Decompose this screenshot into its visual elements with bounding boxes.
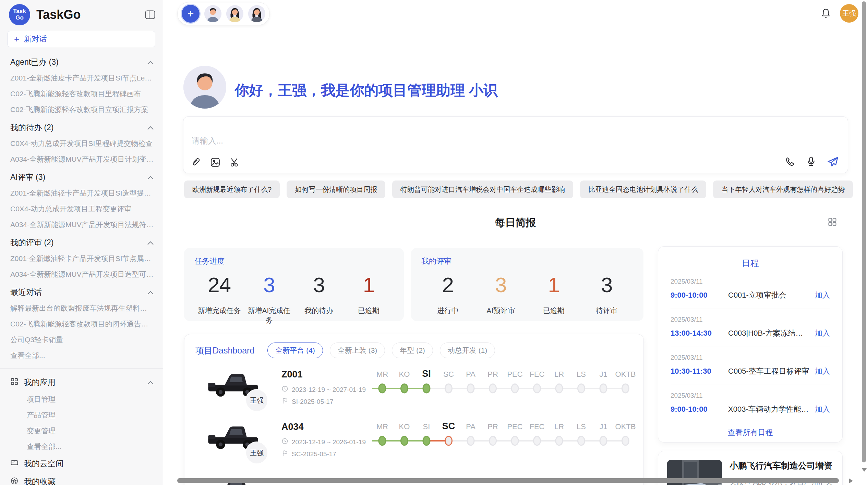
schedule-event-name: C001-立项审批会 (728, 290, 810, 300)
briefing-layout-icon[interactable] (828, 217, 837, 228)
schedule-event-name: X003-车辆动力学性能验... (728, 404, 810, 414)
image-icon[interactable] (210, 157, 220, 167)
dashboard-filter[interactable]: 全新上装 (3) (330, 343, 385, 358)
sidebar-group-header[interactable]: 我的待办 (2) (0, 117, 163, 136)
horizontal-scrollbar[interactable] (177, 478, 839, 483)
recent-chat-item[interactable]: 解释最新出台的欧盟报废车法规再生塑料比例被调至15%... (0, 300, 163, 316)
schedule-date: 2025/03/11 (671, 354, 830, 361)
project-info: A0342023-12-19 ~ 2026-01-19SC-2025-05-17 (281, 422, 372, 462)
apps-view-all-link[interactable]: 查看全部... (0, 439, 163, 455)
send-icon[interactable] (827, 156, 839, 167)
sidebar-group-header-recent[interactable]: 最近对话 (0, 282, 163, 300)
sidebar-item[interactable]: C02-飞腾新能源轻客改款项目立项汇报方案 (0, 102, 163, 117)
project-date-range: 2023-12-19 ~ 2027-01-19 (281, 385, 372, 394)
flag-icon (281, 397, 288, 406)
news-title: 小鹏飞行汽车制造公司增资 (730, 460, 833, 471)
project-row[interactable]: 王强A0342023-12-19 ~ 2026-01-19SC-2025-05-… (184, 418, 643, 470)
stat-card-label: 任务进度 (194, 256, 394, 266)
dashboard-filter[interactable]: 动总开发 (1) (440, 343, 495, 358)
stat-label: 已逾期 (527, 306, 580, 315)
agent-avatar[interactable] (248, 5, 265, 22)
suggestion-chip[interactable]: 特朗普可能对进口汽车增税会对中国车企造成哪些影响 (392, 181, 573, 198)
sidebar-collapse-icon[interactable] (145, 10, 155, 19)
stat-value: 3 (580, 273, 634, 297)
sidebar-group-header[interactable]: AI评审 (3) (0, 167, 163, 185)
stat: 1已逾期 (344, 273, 394, 325)
svg-text:FEC: FEC (530, 422, 545, 431)
milestone-chain: MRKOSISCPAPRPECFECLRLSJ1OKTB (372, 420, 643, 453)
project-list: 王强Z0012023-12-19 ~ 2027-01-19SI-2025-05-… (184, 361, 643, 485)
sidebar-group-header[interactable]: 我的评审 (2) (0, 233, 163, 251)
sidebar-item[interactable]: Z001-全新燃油轻卡产品开发项目SI节点属性5D文件评审 (0, 251, 163, 266)
sidebar-item[interactable]: A034-全新新能源MUV产品开发项目法规符合性评审 (0, 217, 163, 233)
svg-text:LR: LR (554, 370, 564, 378)
sidebar-item[interactable]: Z001-全新燃油轻卡产品开发项目SI造型提交物评审 (0, 185, 163, 201)
sidebar-item[interactable]: C02-飞腾新能源轻客改款项目里程碑画布 (0, 86, 163, 102)
input-left-icons (191, 157, 240, 167)
project-row[interactable]: 王强Z0012023-12-19 ~ 2027-01-19SI-2025-05-… (184, 365, 643, 418)
sidebar-item-cloud-space[interactable]: 我的云空间 (0, 455, 163, 473)
svg-text:PA: PA (466, 370, 475, 378)
sidebar-item[interactable]: A034-全新新能源MUV产品开发项目计划变更表编写 (0, 151, 163, 167)
sidebar-group-label: AI评审 (3) (10, 172, 45, 183)
recent-chat-item[interactable]: 公司Q3轻卡销量 (0, 332, 163, 348)
vertical-scrollbar[interactable] (862, 1, 866, 462)
app-sub-item[interactable]: 产品管理 (0, 407, 163, 423)
schedule-view-all-link[interactable]: 查看所有日程 (658, 423, 842, 438)
agent-avatar[interactable] (226, 5, 243, 22)
notification-bell-icon[interactable] (821, 8, 831, 19)
sidebar-item[interactable]: Z001-全新燃油皮卡产品开发项目SI节点Lesson Learn报告 (0, 70, 163, 86)
new-chat-label: 新对话 (24, 34, 47, 44)
suggestion-chip[interactable]: 比亚迪全固态电池计划具体说了什么 (580, 181, 706, 198)
sidebar-item[interactable]: C0X4-动力总成开发项目工程变更评审 (0, 201, 163, 217)
new-session-button[interactable]: + (182, 5, 200, 23)
stat: 3新增AI完成任务 (244, 273, 294, 325)
svg-text:SC: SC (442, 421, 455, 431)
agent-avatar[interactable] (204, 5, 221, 22)
sidebar-divider (0, 368, 163, 369)
app-sub-item[interactable]: 变更管理 (0, 423, 163, 439)
suggestion-chip[interactable]: 如何写一份清晰的项目周报 (287, 181, 385, 198)
scissors-icon[interactable] (229, 157, 240, 167)
sidebar-item[interactable]: A034-全新新能源MUV产品开发项目造型可行性评审 (0, 266, 163, 282)
project-dashboard-card: 项目Dashboard 全新平台 (4)全新上装 (3)年型 (2)动总开发 (… (184, 334, 644, 485)
new-chat-button[interactable]: + 新对话 (8, 31, 155, 47)
stat: 3我的待办 (294, 273, 344, 325)
svg-text:LR: LR (554, 422, 564, 431)
chat-input[interactable] (192, 136, 706, 146)
scroll-down-arrow-icon[interactable] (861, 468, 867, 472)
sidebar-group-header[interactable]: Agent已办 (3) (0, 52, 163, 70)
microphone-icon[interactable] (806, 156, 816, 167)
attachment-icon[interactable] (191, 157, 201, 167)
svg-text:KO: KO (399, 422, 410, 431)
phone-icon[interactable] (785, 156, 796, 167)
svg-text:MR: MR (376, 422, 388, 431)
recent-view-all-link[interactable]: 查看全部... (0, 348, 163, 363)
app-sub-item[interactable]: 项目管理 (0, 391, 163, 407)
project-vehicle-image: 王强 (205, 422, 262, 454)
stat: 1已逾期 (527, 273, 580, 315)
suggestion-chip[interactable]: 欧洲新规最近颁布了什么? (184, 181, 280, 198)
stat-label: 新增完成任务 (194, 306, 244, 315)
user-avatar[interactable]: 王强 (840, 4, 858, 23)
stat: 3待评审 (580, 273, 634, 315)
dashboard-filter[interactable]: 年型 (2) (392, 343, 433, 358)
scroll-right-arrow-icon[interactable] (849, 478, 853, 483)
join-link[interactable]: 加入 (815, 290, 830, 300)
clock-icon (281, 385, 288, 394)
dashboard-filter[interactable]: 全新平台 (4) (267, 343, 323, 358)
app-title: TaskGo (36, 8, 145, 22)
sidebar-item[interactable]: C0X4-动力总成开发项目SI里程碑提交物检查 (0, 136, 163, 151)
stat-value: 24 (194, 273, 244, 297)
sidebar-item-my-apps[interactable]: 我的应用 (0, 373, 163, 391)
join-link[interactable]: 加入 (815, 404, 830, 414)
join-link[interactable]: 加入 (815, 328, 830, 338)
svg-text:PR: PR (487, 370, 498, 378)
sidebar-item-favorites[interactable]: 我的收藏 (0, 473, 163, 485)
project-owner-badge: 王强 (245, 442, 268, 464)
join-link[interactable]: 加入 (815, 366, 830, 376)
schedule-items: 2025/03/119:00-10:00C001-立项审批会加入2025/03/… (658, 271, 842, 423)
suggestion-chip[interactable]: 当下年轻人对汽车外观有怎样的喜好趋势 (713, 181, 853, 198)
recent-chat-item[interactable]: C02-飞腾新能源轻客改款项目的闭环通告反馈情况 (0, 316, 163, 332)
stat: 24新增完成任务 (194, 273, 244, 325)
